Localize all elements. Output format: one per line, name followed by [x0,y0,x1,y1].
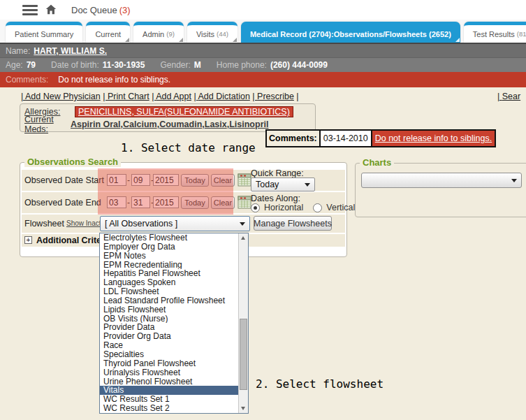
scroll-up-icon[interactable] [239,233,247,242]
med-link-coumadin[interactable]: Coumadin [159,120,205,129]
flowsheet-option[interactable]: EPM Notes [100,252,239,261]
flowsheet-option[interactable]: Hepatitis Panel Flowsheet [100,269,239,278]
flowsheet-option[interactable]: WC Results Set 2 [100,404,239,413]
tab-test-results[interactable]: Test Results(81) [464,22,526,43]
date-separator: - [127,198,130,208]
radio-horizontal-label: Horizontal [264,203,303,212]
dates-along-label: Dates Along: [251,194,300,203]
tab-count: (81) [517,30,526,38]
end-clear-button[interactable]: Clear [211,196,235,209]
flowsheet-option[interactable]: WC Results Set 1 [100,395,239,404]
tab-label: Patient Summary [15,30,73,38]
search-link-wrap: Sear [497,92,520,101]
flowsheet-option[interactable]: Provider Data [100,323,239,332]
end-calendar-icon[interactable] [238,195,251,209]
tab-count: (44) [217,30,228,38]
tab-label: Test Results [473,30,515,38]
tab-current[interactable]: Current [86,22,130,43]
annotation-step2: 2. Select flowsheet [256,377,383,391]
allergies-meds-box: Allergies: PENICILLINS, SULFA(SULFONAMID… [20,103,316,132]
flowsheet-select-value: [ All Observations ] [105,219,177,229]
radio-horizontal[interactable] [251,203,260,212]
date-start-label: Observed Date Start [24,175,104,185]
annotation-step1: 1. Select date range [121,141,256,154]
add-new-physician-link[interactable]: Add New Physician [21,92,101,101]
patient-name-link[interactable]: HART, WILLIAM S. [34,46,107,56]
queue-count: (3) [119,5,131,15]
end-day-input[interactable] [131,196,150,208]
end-today-button[interactable]: Today [181,196,209,209]
dropdown-scrollbar[interactable] [238,233,248,413]
med-link-lisinopril[interactable]: Lisinopril [229,120,268,129]
flowsheet-option[interactable]: EPM Recredentialing [100,261,239,270]
prescribe-link[interactable]: Prescribe [252,92,294,101]
queue-title[interactable]: Doc Queue(3) [71,5,131,15]
tab-patient-summary[interactable]: Patient Summary [6,22,82,43]
age-value: 79 [27,60,36,70]
flowsheet-option[interactable]: Lipids Flowsheet [100,305,239,314]
flowsheet-select[interactable]: [ All Observations ] [100,216,250,231]
date-end-label: Observed Date End [24,198,101,208]
flowsheet-option[interactable]: Electrolytes Flowsheet [100,233,239,242]
quick-range-select[interactable]: Today [251,178,315,191]
expand-plus-icon[interactable] [24,236,32,244]
tab-visits[interactable]: Visits(44) [187,22,238,43]
flowsheet-option[interactable]: Employer Org Data [100,242,239,252]
start-calendar-icon[interactable] [238,173,251,187]
start-month-input[interactable] [107,174,126,186]
allergies-value[interactable]: PENICILLINS, SULFA(SULFONAMIDE ANTIBIOTI… [75,106,293,117]
observations-search-legend: Observations Search [24,157,121,167]
queue-title-text: Doc Queue [71,5,117,15]
start-year-input[interactable] [153,174,179,186]
flowsheet-row: Flowsheet Show Inactive [ All Observatio… [22,215,345,233]
comments-box: Comments: 03-14-2010 Do not release info… [265,129,496,147]
chevron-down-icon [305,183,310,187]
med-link-calcium[interactable]: Calcium [123,120,159,129]
phone-value: (260) 444-0099 [270,60,328,70]
start-clear-button[interactable]: Clear [211,174,235,187]
flowsheet-option[interactable]: Lead Standard Profile Flowsheet [100,296,239,305]
dob-value: 11-30-1935 [103,60,145,70]
end-month-input[interactable] [107,196,126,208]
flowsheet-option[interactable]: Languages Spoken [100,278,239,287]
flowsheet-option[interactable]: LDL Flowsheet [100,287,239,296]
flowsheet-option[interactable]: Race [100,341,239,350]
tab-medical-record[interactable]: Medical Record (2704):Observations/Flows… [241,22,460,43]
comments-bar-label: Comments: [6,75,48,85]
add-dictation-link[interactable]: Add Dictation [193,92,249,101]
med-link-aspirin[interactable]: Aspirin Oral [71,120,123,129]
start-today-button[interactable]: Today [181,174,209,187]
tab-label: Admin [143,30,164,38]
current-meds-label[interactable]: Current Meds: [24,115,71,134]
flowsheet-option[interactable]: OB Visits (Nurse) [100,314,239,324]
quick-range-value: Today [256,180,279,189]
flowsheet-dropdown: Electrolytes Flowsheet Employer Org Data… [99,233,249,414]
add-appt-link[interactable]: Add Appt [152,92,191,101]
med-link-lasix[interactable]: Lasix [205,120,229,129]
end-year-input[interactable] [153,196,179,208]
comments-date: 03-14-2010 [319,131,372,146]
tab-admin[interactable]: Admin(9) [133,22,184,43]
flowsheet-option[interactable]: Urine Phenol Flowsheet [100,377,239,386]
comments-note-link[interactable]: Do not release info to siblings. [372,131,495,146]
start-day-input[interactable] [131,174,150,186]
flowsheet-option[interactable]: Urinalysis Flowsheet [100,368,239,377]
print-chart-link[interactable]: Print Chart [103,92,149,101]
patient-demographics-bar: Age:79 Date of birth:11-30-1935 Gender:M… [0,57,526,72]
home-icon[interactable] [45,3,57,16]
name-label: Name: [6,46,30,56]
flowsheet-option[interactable]: Thyroid Panel Flowsheet [100,359,239,368]
menu-icon[interactable] [22,5,38,15]
scroll-thumb[interactable] [240,319,247,390]
app-window: Doc Queue(3) Patient Summary Current Adm… [0,0,526,420]
search-link[interactable]: Sear [497,92,520,101]
charts-select[interactable] [361,173,522,188]
radio-vertical[interactable] [313,203,322,212]
scroll-down-icon[interactable] [239,404,247,413]
flowsheet-option[interactable]: Provider Org Data [100,332,239,341]
manage-flowsheets-button[interactable]: Manage Flowsheets [254,216,332,231]
chevron-down-icon [240,222,245,226]
flowsheet-option[interactable]: Specialties [100,350,239,359]
dates-along-radios: Horizontal Vertical [251,203,355,212]
flowsheet-option-selected[interactable]: Vitals [100,386,239,395]
